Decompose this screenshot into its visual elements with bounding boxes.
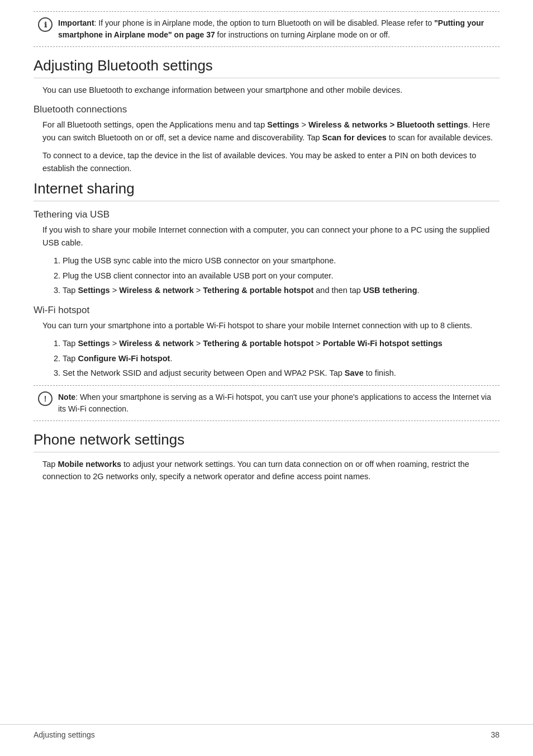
page-footer: Adjusting settings 38 <box>0 724 533 745</box>
important-label: Important <box>58 18 94 27</box>
wifi-step-1: Tap Settings > Wireless & network > Teth… <box>63 337 499 349</box>
adjusting-bluetooth-title: Adjusting Bluetooth settings <box>34 57 499 78</box>
note-icon: ! <box>38 391 53 406</box>
tethering-step-1: Plug the USB sync cable into the micro U… <box>63 254 499 267</box>
wifi-hotspot-intro: You can turn your smartphone into a port… <box>34 319 499 332</box>
bluetooth-intro: You can use Bluetooth to exchange inform… <box>34 84 499 96</box>
page: ℹ Important: If your phone is in Airplan… <box>0 0 533 756</box>
footer-page-number: 38 <box>491 730 499 739</box>
important-notice-text: Important: If your phone is in Airplane … <box>58 17 492 41</box>
tethering-step-3: Tap Settings > Wireless & network > Teth… <box>63 284 499 296</box>
tethering-usb-steps: Plug the USB sync cable into the micro U… <box>34 254 499 296</box>
phone-network-body: Tap Mobile networks to adjust your netwo… <box>34 458 499 483</box>
note-box: ! Note: When your smartphone is serving … <box>34 385 499 421</box>
bluetooth-para2: To connect to a device, tap the device i… <box>34 149 499 174</box>
wifi-step-3: Set the Network SSID and adjust security… <box>63 367 499 379</box>
bluetooth-connections-heading: Bluetooth connections <box>34 104 499 115</box>
wifi-hotspot-steps: Tap Settings > Wireless & network > Teth… <box>34 337 499 379</box>
footer-section-label: Adjusting settings <box>34 730 95 739</box>
phone-network-section: Phone network settings Tap Mobile networ… <box>34 431 499 483</box>
phone-network-title: Phone network settings <box>34 431 499 452</box>
adjusting-bluetooth-section: Adjusting Bluetooth settings You can use… <box>34 57 499 174</box>
important-notice-box: ℹ Important: If your phone is in Airplan… <box>34 11 499 47</box>
tethering-usb-heading: Tethering via USB <box>34 209 499 220</box>
bluetooth-para1: For all Bluetooth settings, open the App… <box>34 119 499 144</box>
wifi-step-2: Tap Configure Wi-Fi hotspot. <box>63 352 499 365</box>
note-text: Note: When your smartphone is serving as… <box>58 391 492 415</box>
tethering-usb-intro: If you wish to share your mobile Interne… <box>34 224 499 249</box>
important-icon: ℹ <box>38 17 53 32</box>
tethering-step-2: Plug the USB client connector into an av… <box>63 270 499 282</box>
internet-sharing-title: Internet sharing <box>34 180 499 201</box>
wifi-hotspot-heading: Wi-Fi hotspot <box>34 305 499 316</box>
internet-sharing-section: Internet sharing Tethering via USB If yo… <box>34 180 499 379</box>
